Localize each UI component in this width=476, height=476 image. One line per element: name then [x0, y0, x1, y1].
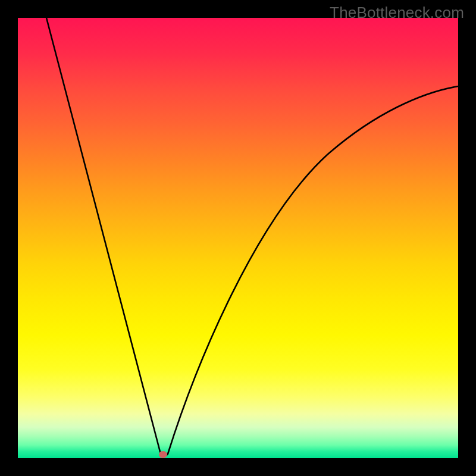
bottleneck-curve	[46, 18, 458, 456]
minimum-marker	[159, 451, 167, 458]
curve-svg	[18, 18, 458, 458]
watermark-text: TheBottleneck.com	[330, 4, 464, 22]
plot-area	[18, 18, 458, 458]
